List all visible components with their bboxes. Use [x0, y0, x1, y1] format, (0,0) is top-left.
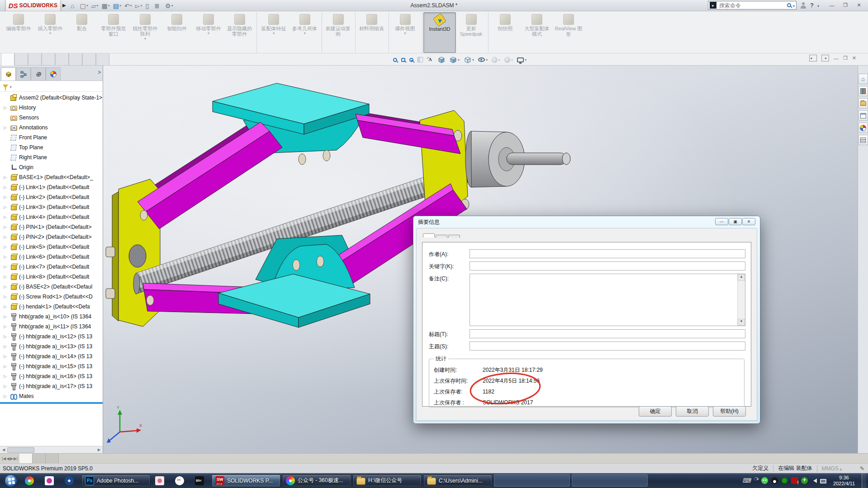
tree-item[interactable]: (-) hhb(grade a)_is<12> (IS 13 [0, 332, 103, 341]
scroll-up-icon[interactable]: ▲ [738, 274, 745, 281]
dropdown-arrow-icon[interactable]: ▾ [86, 4, 88, 8]
ribbon-tab[interactable] [96, 53, 109, 66]
qat-button[interactable]: ⌂ ▾ [71, 2, 76, 9]
dropdown-arrow-icon[interactable]: ▾ [130, 4, 132, 8]
tree-item[interactable]: (-) PIN<1> (Default<<Default> [0, 222, 103, 232]
dialog-tab[interactable] [448, 235, 460, 238]
qat-button[interactable]: ▻ ▾ [135, 2, 142, 9]
subject-input[interactable] [470, 341, 745, 351]
dropdown-arrow-icon[interactable]: ▾ [171, 4, 173, 8]
command-search[interactable] [708, 1, 797, 9]
view-orientation-icon[interactable] [449, 56, 460, 63]
tree-item[interactable]: (-) BASE<2> (Default<<Defaul [0, 282, 103, 292]
ribbon-button[interactable]: 装配体特征 ▾ [258, 12, 289, 53]
search-scope-icon[interactable] [710, 2, 716, 9]
expand-arrow-icon[interactable] [4, 215, 8, 219]
start-button[interactable] [5, 474, 17, 487]
apply-scene-icon[interactable] [504, 57, 513, 63]
tree-item[interactable]: BASE<1> (Default<<Default>_ [0, 172, 103, 182]
tree-item[interactable]: (-) hhb(grade a)_is<17> (IS 13 [0, 381, 103, 391]
doc-restore-icon[interactable] [843, 55, 848, 61]
tab-displaymanager[interactable] [46, 67, 61, 81]
ribbon-button[interactable]: 智能扣件 ▾ [161, 12, 193, 53]
expand-arrow-icon[interactable] [4, 125, 8, 130]
tree-item[interactable]: (-) Screw Rod<1> (Default<<D [0, 292, 103, 302]
ribbon-tab[interactable] [28, 53, 42, 66]
collapse-left-pane-icon[interactable] [809, 55, 817, 62]
dropdown-arrow-icon[interactable]: ▾ [141, 4, 142, 8]
section-view-icon[interactable] [417, 57, 423, 62]
scroll-left-icon[interactable]: ◀ [0, 448, 7, 452]
taskbar-item[interactable]: Adobe Photosh... [81, 474, 150, 487]
expand-arrow-icon[interactable] [4, 384, 8, 389]
taskbar-item[interactable]: 公众号 - 360极速... [282, 474, 351, 487]
tree-item[interactable]: (-) PIN<2> (Default<<Default> [0, 232, 103, 242]
expand-arrow-icon[interactable] [4, 185, 8, 190]
filter-dropdown-icon[interactable] [9, 83, 11, 90]
qq-icon[interactable] [771, 477, 778, 484]
ribbon-tab[interactable] [69, 53, 82, 66]
qat-button[interactable]: ▱ ▾ [91, 2, 99, 9]
scroll-right-icon[interactable]: ▶ [95, 448, 103, 452]
doc-minimize-icon[interactable] [834, 56, 839, 61]
show-desktop-button[interactable] [862, 473, 866, 488]
taskbar-item[interactable]: C:\Users\Admini... [423, 474, 492, 487]
expand-arrow-icon[interactable] [4, 205, 8, 209]
ribbon-button[interactable]: Instant3D ▾ [423, 12, 456, 53]
tree-item[interactable]: (-) Link<8> (Default<<Default [0, 272, 103, 282]
tree-item[interactable]: Sensors [0, 113, 103, 123]
taskbar-item[interactable] [22, 474, 40, 487]
expand-arrow-icon[interactable] [4, 364, 8, 369]
qat-button[interactable]: ▦ ▾ [102, 2, 110, 9]
ribbon-button[interactable]: 新建运动算例 ▾ [323, 12, 356, 53]
tree-item[interactable]: Top Plane [0, 142, 103, 152]
taskbar-item[interactable] [172, 474, 190, 487]
tree-item[interactable]: (-) Link<3> (Default<<Default [0, 202, 103, 212]
ribbon-tab[interactable] [42, 53, 55, 66]
menu-expand-arrow-icon[interactable]: ▶ [62, 3, 66, 8]
taskbar-item[interactable] [572, 474, 648, 487]
tree-item[interactable]: (-) Link<7> (Default<<Default [0, 262, 103, 272]
scrollbar-thumb[interactable] [7, 447, 34, 453]
network-icon[interactable] [820, 479, 826, 483]
search-icon[interactable] [787, 3, 791, 7]
tree-item[interactable]: (-) Link<4> (Default<<Default [0, 212, 103, 222]
ribbon-button[interactable]: 大型装配体模式 ▾ [521, 12, 553, 53]
display-style-icon[interactable] [464, 56, 474, 63]
expand-arrow-icon[interactable] [4, 105, 8, 110]
dropdown-arrow-icon[interactable]: ▾ [108, 4, 110, 8]
dropdown-arrow-icon[interactable]: ▾ [304, 32, 305, 35]
tree-item[interactable]: Right Plane [0, 152, 103, 162]
recorder-icon[interactable] [781, 477, 788, 484]
expand-arrow-icon[interactable] [4, 394, 8, 398]
filter-funnel-icon[interactable] [3, 85, 8, 88]
expand-arrow-icon[interactable] [4, 324, 8, 329]
ribbon-tab[interactable] [55, 53, 69, 66]
solidworks-alert-icon[interactable] [791, 477, 798, 484]
dropdown-arrow-icon[interactable]: ▾ [404, 32, 406, 35]
scroll-down-icon[interactable]: ▼ [738, 319, 745, 326]
restore-button[interactable] [839, 1, 852, 9]
view-palette-icon[interactable] [859, 110, 868, 121]
ribbon-button[interactable]: 材料明细表 ▾ [356, 12, 389, 53]
expand-arrow-icon[interactable] [4, 175, 8, 180]
tree-item[interactable]: (-) hhb(grade a)_is<16> (IS 13 [0, 371, 103, 381]
dropdown-arrow-icon[interactable]: ▾ [144, 38, 146, 40]
collapse-right-pane-icon[interactable] [821, 55, 829, 62]
expand-arrow-icon[interactable] [4, 374, 8, 379]
taskbar-item[interactable]: SOLIDWORKS P... [212, 474, 280, 487]
keywords-input[interactable] [470, 261, 745, 270]
ok-button[interactable]: 确定 [639, 406, 672, 417]
tab-propertymanager[interactable] [16, 67, 31, 81]
expand-arrow-icon[interactable] [4, 225, 8, 229]
expand-arrow-icon[interactable] [4, 354, 8, 359]
keyboard-icon[interactable] [742, 477, 751, 484]
panel-flyout-chevron[interactable] [98, 69, 101, 76]
document-tab[interactable] [19, 454, 33, 463]
dialog-maximize-button[interactable] [729, 218, 742, 225]
document-tab[interactable] [33, 454, 46, 463]
qat-button[interactable]: ▯ ▾ [146, 2, 152, 9]
custom-properties-icon[interactable] [859, 135, 868, 145]
prev-tab-icon[interactable]: ◀ [6, 456, 9, 461]
taskbar-item[interactable] [192, 474, 210, 487]
